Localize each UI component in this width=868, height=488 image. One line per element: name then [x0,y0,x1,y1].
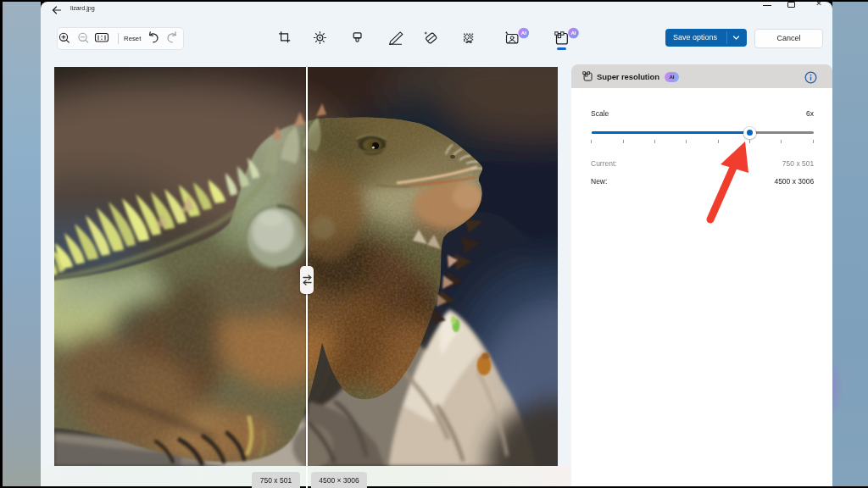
svg-text:AI: AI [570,30,576,36]
svg-text:AI: AI [521,30,526,36]
